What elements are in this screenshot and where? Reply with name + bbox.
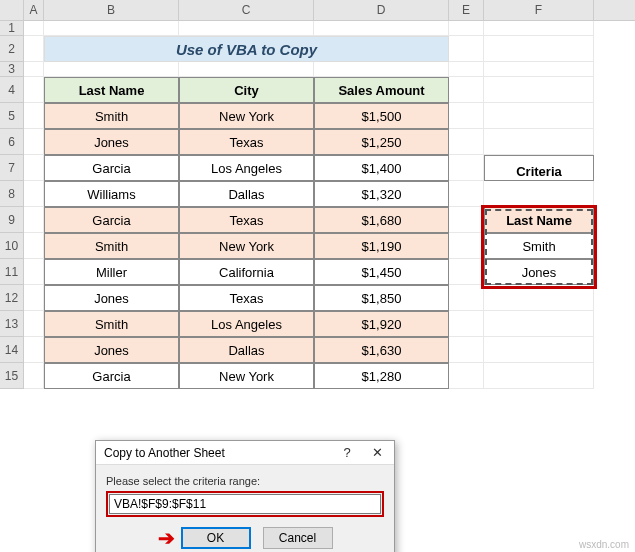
table-header-sales: Sales Amount: [314, 77, 449, 103]
col-header-a[interactable]: A: [24, 0, 44, 20]
table-row: $1,280: [314, 363, 449, 389]
table-row: Los Angeles: [179, 155, 314, 181]
cancel-button[interactable]: Cancel: [263, 527, 333, 549]
close-icon[interactable]: ✕: [362, 445, 392, 460]
row-header-2[interactable]: 2: [0, 36, 24, 62]
table-row: Dallas: [179, 181, 314, 207]
criteria-label: Criteria: [484, 155, 594, 181]
table-row: Texas: [179, 285, 314, 311]
table-row: $1,400: [314, 155, 449, 181]
row-header-7[interactable]: 7: [0, 155, 24, 181]
cells-area[interactable]: Use of VBA to Copy Last Name City Sales …: [24, 21, 635, 389]
table-row: New York: [179, 103, 314, 129]
arrow-right-icon: ➔: [158, 531, 175, 545]
row-header-14[interactable]: 14: [0, 337, 24, 363]
watermark: wsxdn.com: [579, 539, 629, 550]
table-header-city: City: [179, 77, 314, 103]
select-all-corner[interactable]: [0, 0, 24, 20]
table-row: Los Angeles: [179, 311, 314, 337]
table-row: New York: [179, 363, 314, 389]
table-row: $1,680: [314, 207, 449, 233]
help-icon[interactable]: ?: [332, 445, 362, 460]
table-row: Miller: [44, 259, 179, 285]
row-header-1[interactable]: 1: [0, 21, 24, 36]
row-header-8[interactable]: 8: [0, 181, 24, 207]
col-header-d[interactable]: D: [314, 0, 449, 20]
table-row: Smith: [44, 311, 179, 337]
row-header-5[interactable]: 5: [0, 103, 24, 129]
table-row: Dallas: [179, 337, 314, 363]
table-row: $1,630: [314, 337, 449, 363]
table-row: $1,320: [314, 181, 449, 207]
table-row: California: [179, 259, 314, 285]
marching-ants-selection: [485, 209, 593, 285]
dialog-titlebar[interactable]: Copy to Another Sheet ? ✕: [96, 441, 394, 465]
row-header-3[interactable]: 3: [0, 62, 24, 77]
row-header-12[interactable]: 12: [0, 285, 24, 311]
table-row: Jones: [44, 337, 179, 363]
dialog-title-text: Copy to Another Sheet: [104, 446, 332, 460]
criteria-range-input[interactable]: [109, 494, 381, 514]
table-row: Jones: [44, 285, 179, 311]
table-row: $1,190: [314, 233, 449, 259]
table-row: New York: [179, 233, 314, 259]
title-cell: Use of VBA to Copy: [44, 36, 449, 62]
table-row: Texas: [179, 207, 314, 233]
table-row: Garcia: [44, 155, 179, 181]
table-row: Garcia: [44, 207, 179, 233]
table-row: Garcia: [44, 363, 179, 389]
table-row: Smith: [44, 233, 179, 259]
dialog-prompt: Please select the criteria range:: [106, 475, 384, 487]
ok-button[interactable]: OK: [181, 527, 251, 549]
table-row: $1,920: [314, 311, 449, 337]
table-row: $1,250: [314, 129, 449, 155]
row-headers: 1 2 3 4 5 6 7 8 9 10 11 12 13 14 15: [0, 21, 24, 389]
col-header-f[interactable]: F: [484, 0, 594, 20]
col-header-e[interactable]: E: [449, 0, 484, 20]
row-header-4[interactable]: 4: [0, 77, 24, 103]
column-headers: A B C D E F: [0, 0, 635, 21]
table-row: Jones: [44, 129, 179, 155]
row-header-13[interactable]: 13: [0, 311, 24, 337]
row-header-9[interactable]: 9: [0, 207, 24, 233]
table-row: $1,850: [314, 285, 449, 311]
table-row: $1,500: [314, 103, 449, 129]
row-header-15[interactable]: 15: [0, 363, 24, 389]
table-header-lastname: Last Name: [44, 77, 179, 103]
col-header-c[interactable]: C: [179, 0, 314, 20]
row-header-6[interactable]: 6: [0, 129, 24, 155]
table-row: Texas: [179, 129, 314, 155]
row-header-10[interactable]: 10: [0, 233, 24, 259]
table-row: Williams: [44, 181, 179, 207]
col-header-b[interactable]: B: [44, 0, 179, 20]
row-header-11[interactable]: 11: [0, 259, 24, 285]
table-row: Smith: [44, 103, 179, 129]
input-highlight-red: [106, 491, 384, 517]
dialog-copy-to-another-sheet: Copy to Another Sheet ? ✕ Please select …: [95, 440, 395, 552]
table-row: $1,450: [314, 259, 449, 285]
